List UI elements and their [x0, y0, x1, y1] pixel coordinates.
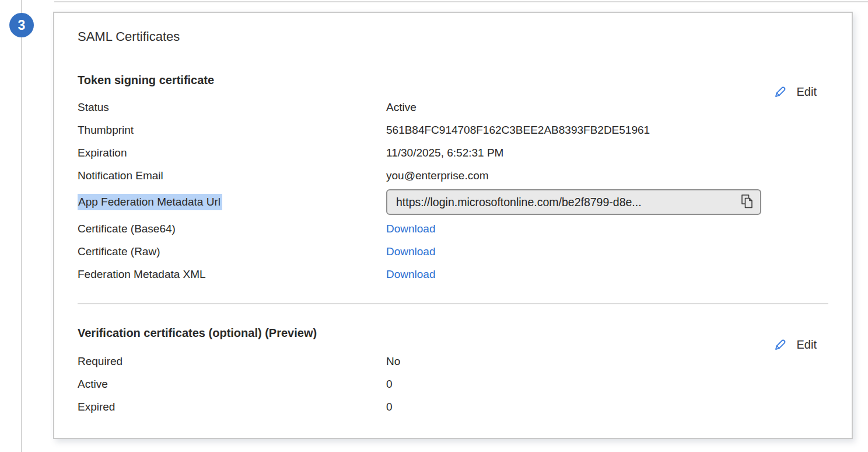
token-signing-certificate-heading: Token signing certificate	[78, 72, 828, 88]
required-value: No	[386, 355, 400, 368]
expiration-label: Expiration	[78, 147, 386, 159]
edit-token-signing-certificate-button[interactable]: Edit	[769, 82, 819, 102]
expired-value: 0	[386, 401, 393, 413]
pencil-icon	[772, 84, 789, 100]
card-title: SAML Certificates	[78, 28, 828, 46]
expiration-row: Expiration 11/30/2025, 6:52:31 PM	[78, 141, 828, 164]
status-value: Active	[386, 101, 416, 114]
expired-row: Expired 0	[78, 395, 828, 418]
section-divider	[78, 303, 828, 304]
saml-certificates-card: SAML Certificates Token signing certific…	[53, 12, 853, 439]
expiration-value: 11/30/2025, 6:52:31 PM	[386, 147, 503, 159]
status-label: Status	[78, 101, 386, 114]
thumbprint-value: 561B84FC914708F162C3BEE2AB8393FB2DE51961	[386, 124, 650, 137]
active-label: Active	[78, 378, 386, 391]
previous-card-bottom-edge	[54, 1, 868, 2]
token-signing-certificate-rows: Status Active Thumbprint 561B84FC914708F…	[78, 96, 828, 286]
federation-metadata-xml-download-link[interactable]: Download	[386, 268, 436, 281]
verification-certificates-heading: Verification certificates (optional) (Pr…	[78, 325, 828, 340]
app-federation-metadata-url-value[interactable]: https://login.microsoftonline.com/be2f87…	[396, 196, 735, 209]
active-row: Active 0	[78, 373, 828, 395]
certificate-raw-row: Certificate (Raw) Download	[78, 240, 828, 263]
highlighted-label-text: App Federation Metadata Url	[78, 194, 222, 210]
federation-metadata-xml-row: Federation Metadata XML Download	[78, 263, 828, 286]
app-federation-metadata-url-field[interactable]: https://login.microsoftonline.com/be2f87…	[386, 189, 761, 215]
step-number: 3	[18, 18, 26, 33]
edit-button-label: Edit	[797, 338, 817, 352]
required-row: Required No	[78, 350, 828, 373]
step-number-badge: 3	[9, 13, 34, 37]
copy-url-button[interactable]	[740, 193, 754, 211]
expired-label: Expired	[78, 401, 386, 413]
certificate-base64-download-link[interactable]: Download	[386, 222, 436, 235]
active-value: 0	[386, 378, 393, 391]
thumbprint-label: Thumbprint	[78, 124, 386, 137]
notification-email-value: you@enterprise.com	[386, 169, 489, 182]
app-federation-metadata-url-label: App Federation Metadata Url	[78, 196, 386, 208]
required-label: Required	[78, 355, 386, 368]
notification-email-row: Notification Email you@enterprise.com	[78, 164, 828, 187]
certificate-raw-download-link[interactable]: Download	[386, 245, 436, 258]
certificate-base64-row: Certificate (Base64) Download	[78, 217, 828, 240]
step-connector-line	[21, 0, 22, 452]
certificate-raw-label: Certificate (Raw)	[78, 245, 386, 258]
edit-verification-certificates-button[interactable]: Edit	[769, 335, 819, 354]
app-federation-metadata-url-row: App Federation Metadata Url https://logi…	[78, 187, 828, 217]
thumbprint-row: Thumbprint 561B84FC914708F162C3BEE2AB839…	[78, 119, 828, 141]
notification-email-label: Notification Email	[78, 169, 386, 182]
pencil-icon	[772, 336, 789, 353]
copy-icon	[740, 193, 754, 211]
verification-certificates-rows: Required No Active 0 Expired 0	[78, 350, 828, 418]
certificate-base64-label: Certificate (Base64)	[78, 222, 386, 235]
status-row: Status Active	[78, 96, 828, 119]
federation-metadata-xml-label: Federation Metadata XML	[78, 268, 386, 281]
edit-button-label: Edit	[797, 85, 817, 99]
